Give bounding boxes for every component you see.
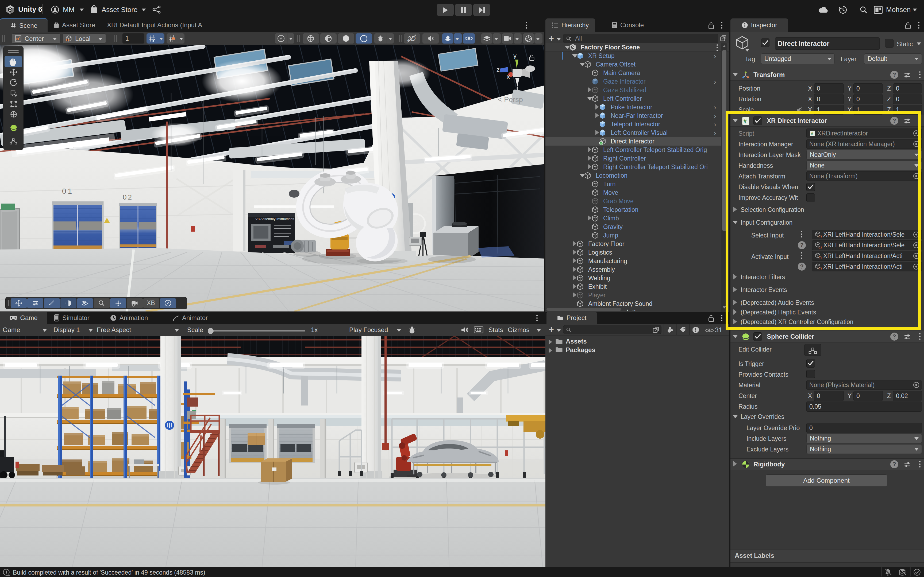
svg-text:Y: Y: [152, 39, 155, 42]
svg-text:x: x: [507, 73, 510, 80]
svg-text:V8 Assembly Instructions: V8 Assembly Instructions: [255, 217, 294, 221]
svg-text:y: y: [513, 52, 517, 59]
svg-text:z: z: [496, 66, 500, 73]
svg-text:02: 02: [123, 193, 133, 201]
svg-text:01: 01: [62, 187, 74, 195]
